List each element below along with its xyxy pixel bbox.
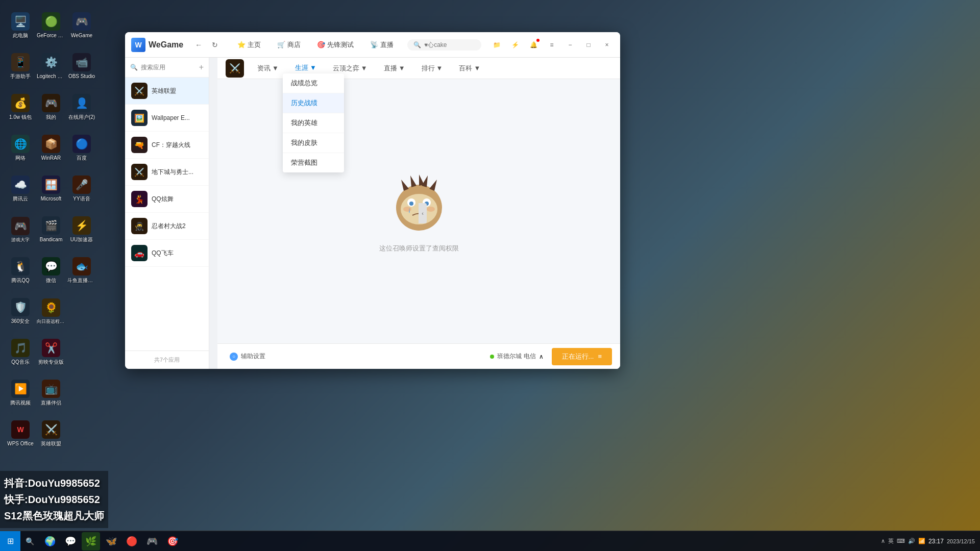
nav-live[interactable]: 📡 直播	[363, 37, 401, 53]
dropdown-item-overview[interactable]: 战绩总览	[283, 73, 344, 93]
desktop-icon-user[interactable]: 👤 在线用户(2)	[66, 87, 97, 128]
sidebar-add-button[interactable]: +	[199, 63, 204, 72]
nav-shop[interactable]: 🛒 商店	[270, 37, 308, 53]
sub-nav-rank[interactable]: 排行 ▼	[414, 61, 450, 76]
desktop-icon-wechat[interactable]: 💬 微信	[36, 250, 66, 291]
status-expand-button[interactable]: ∧	[539, 353, 544, 360]
dropdown-item-history[interactable]: 历史战绩	[283, 93, 344, 113]
sidebar-game-naruto[interactable]: 🥷 忍者村大战2	[125, 213, 209, 240]
tray-keyboard-icon[interactable]: ⌨	[897, 538, 905, 544]
desktop-icon-baidu[interactable]: 🔵 百度	[66, 128, 97, 168]
desktop-icon-wallet[interactable]: 💰 1.0w 钱包	[5, 87, 36, 128]
tray-language-icon[interactable]: 英	[888, 537, 894, 545]
taskbar-app-game[interactable]: 🎮	[143, 532, 161, 550]
desktop-icon-360[interactable]: 🛡️ 360安全	[5, 291, 36, 332]
svg-marker-1	[401, 180, 409, 191]
toolbar-folder-icon[interactable]: 📁	[489, 38, 504, 52]
assist-settings-button[interactable]: ○ 辅助设置	[226, 350, 270, 363]
nav-pioneer[interactable]: 🎯 先锋测试	[310, 37, 361, 53]
wegame-logo-text: WeGame	[149, 40, 183, 49]
desktop-icon-winrar[interactable]: 📦 WinRAR	[36, 128, 66, 168]
desktop-icon-empty2	[66, 332, 97, 372]
taskbar-app-lol[interactable]: 🎯	[163, 532, 182, 550]
sidebar-search-area: 🔍 +	[125, 58, 209, 78]
sidebar-game-qqtango[interactable]: 💃 QQ炫舞	[125, 186, 209, 213]
window-minimize-button[interactable]: −	[563, 38, 577, 52]
wegame-titlebar: W WeGame ← ↻ ⭐ 主页 🛒 商店 🎯 先锋测试 📡 直播	[125, 32, 620, 58]
nav-back-button[interactable]: ←	[191, 38, 206, 52]
taskbar-app-wechat[interactable]: 💬	[61, 532, 80, 550]
desktop-icon-qqmusic[interactable]: 🎵 QQ音乐	[5, 332, 36, 372]
toolbar-lightning-icon[interactable]: ⚡	[508, 38, 522, 52]
tray-network-icon[interactable]: 📶	[918, 538, 925, 544]
desktop-icon-tencent-video[interactable]: ▶️ 腾讯视频	[5, 372, 36, 413]
search-box: 🔍	[407, 39, 481, 51]
game-icon-large: ⚔️	[226, 59, 244, 78]
taskbar-app-red[interactable]: 🔴	[122, 532, 141, 550]
sidebar-game-cf[interactable]: 🔫 CF：穿越火线	[125, 132, 209, 159]
overlay-streaming-info: 抖音:DouYu9985652 快手:DouYu9985652 S12黑色玫瑰超…	[0, 471, 108, 528]
desktop-icon-logitech[interactable]: ⚙️ Logitech G HUB	[36, 46, 66, 87]
top-navigation: ⭐ 主页 🛒 商店 🎯 先锋测试 📡 直播	[230, 37, 401, 53]
desktop-icon-jianying[interactable]: ✂️ 剪映专业版	[36, 332, 66, 372]
desktop-icon-network[interactable]: 🌐 网络	[5, 128, 36, 168]
taskbar-app-butterfly[interactable]: 🦋	[102, 532, 120, 550]
svg-point-12	[427, 207, 435, 212]
svg-marker-5	[429, 180, 437, 191]
dropdown-item-skins[interactable]: 我的皮肤	[283, 133, 344, 153]
sub-nav-wiki[interactable]: 百科 ▼	[452, 61, 487, 76]
taskbar-start-button[interactable]: ⊞	[0, 531, 20, 552]
nav-refresh-button[interactable]: ↻	[208, 38, 222, 52]
sub-navigation: ⚔️ 资讯 ▼ 生涯 ▼ 云顶之弈 ▼ 直播 ▼	[217, 58, 620, 79]
desktop-icon-lol[interactable]: 🎮 我的	[36, 87, 66, 128]
sidebar-game-list: ⚔️ 英雄联盟 🖼️ Wallpaper E... 🔫 CF：穿越火线 ⚔️ 地…	[125, 78, 209, 350]
desktop-icon-wps[interactable]: W WPS Office	[5, 413, 36, 454]
sidebar-collapse-button[interactable]: ‹	[419, 203, 427, 223]
svg-marker-4	[422, 176, 428, 187]
desktop-icon-tencent[interactable]: ☁️ 腾讯云	[5, 168, 36, 209]
wegame-logo: W WeGame	[131, 38, 183, 52]
sidebar-game-qqcar[interactable]: 🚗 QQ飞车	[125, 240, 209, 267]
sidebar-search-input[interactable]	[141, 64, 196, 71]
toolbar-bell-icon[interactable]: 🔔	[526, 38, 541, 52]
desktop-icons-area: 🖥️ 此电脑 🟢 GeForce Experience 🎮 WeGame 📱 手…	[0, 0, 102, 531]
desktop-icon-empty3	[66, 372, 97, 413]
desktop-icon-computer[interactable]: 🖥️ 此电脑	[5, 5, 36, 46]
taskbar-app-edge[interactable]: 🌍	[41, 532, 59, 550]
desktop-icon-yuancheng[interactable]: 🌻 向日葵远程控制	[36, 291, 66, 332]
tray-expand-icon[interactable]: ∧	[881, 538, 885, 544]
desktop-icon-obs[interactable]: 📹 OBS Studio	[66, 46, 97, 87]
running-menu-icon: ≡	[598, 353, 602, 360]
desktop-icon-qq[interactable]: 🐧 腾讯QQ	[5, 250, 36, 291]
taskbar-app-browser[interactable]: 🌿	[82, 532, 100, 550]
sub-nav-info[interactable]: 资讯 ▼	[250, 61, 286, 76]
taskbar-date: 2023/12/15	[947, 538, 975, 544]
desktop-icon-bandicam[interactable]: 🎬 Bandicam	[36, 209, 66, 250]
desktop-icon-douyu2[interactable]: 📺 直播伴侣	[36, 372, 66, 413]
desktop-icon-uu[interactable]: ⚡ UU加速器	[66, 209, 97, 250]
desktop-icon-microsoft[interactable]: 🪟 Microsoft	[36, 168, 66, 209]
sub-nav-broadcast[interactable]: 直播 ▼	[377, 61, 412, 76]
sidebar-game-wallpaper[interactable]: 🖼️ Wallpaper E...	[125, 105, 209, 132]
running-button[interactable]: 正在运行... ≡	[552, 348, 612, 365]
nav-buttons: ← ↻	[191, 38, 222, 52]
taskbar-search-button[interactable]: 🔍	[20, 532, 39, 550]
window-close-button[interactable]: ×	[600, 38, 614, 52]
desktop-icon-lol2[interactable]: ⚔️ 英雄联盟	[36, 413, 66, 454]
desktop-icon-geforce[interactable]: 🟢 GeForce Experience	[36, 5, 66, 46]
desktop-icon-wegame[interactable]: 🎮 WeGame	[66, 5, 97, 46]
dropdown-item-honor[interactable]: 荣营截图	[283, 153, 344, 172]
sidebar-game-dungeon[interactable]: ⚔️ 地下城与勇士...	[125, 159, 209, 186]
status-info: 班德尔城 电信 ∧	[490, 352, 543, 361]
tray-volume-icon[interactable]: 🔊	[908, 538, 915, 544]
sidebar-game-lol[interactable]: ⚔️ 英雄联盟	[125, 78, 209, 105]
desktop-icon-shoujv[interactable]: 📱 手游助手	[5, 46, 36, 87]
desktop-icon-game[interactable]: 🎮 游戏大字	[5, 209, 36, 250]
search-input[interactable]	[424, 41, 475, 48]
nav-home[interactable]: ⭐ 主页	[230, 37, 268, 53]
dropdown-item-heroes[interactable]: 我的英雄	[283, 113, 344, 133]
window-maximize-button[interactable]: □	[581, 38, 596, 52]
window-menu-button[interactable]: ≡	[545, 38, 559, 52]
desktop-icon-yy[interactable]: 🎤 YY语音	[66, 168, 97, 209]
desktop-icon-douyu[interactable]: 🐟 斗鱼直播伴侣	[66, 250, 97, 291]
